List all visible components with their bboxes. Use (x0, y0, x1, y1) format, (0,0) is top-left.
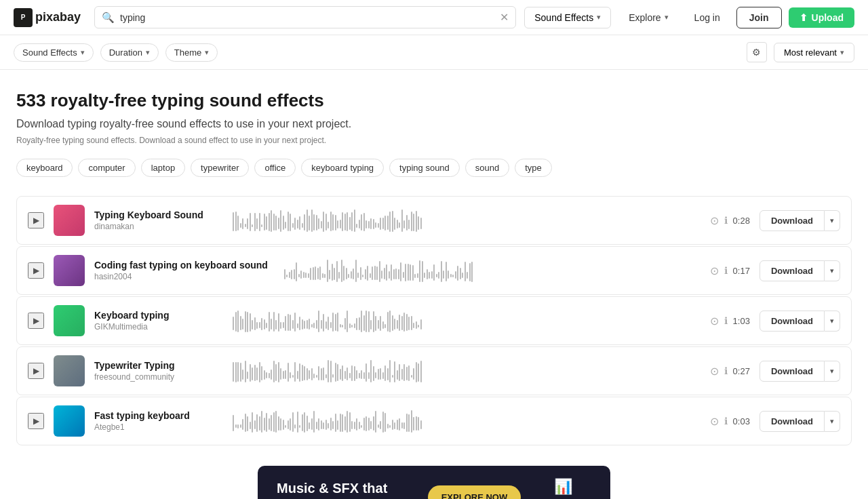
sound-name-5: Fast typing keyboard (94, 410, 216, 421)
info-icon-2[interactable]: ℹ (724, 265, 728, 276)
explore-chevron-icon: ▾ (665, 13, 669, 22)
download-button-3[interactable]: Download (760, 311, 825, 332)
tag-laptop[interactable]: laptop (141, 159, 185, 177)
explore-button[interactable]: Explore ▾ (619, 7, 677, 28)
sound-name-3: Keyboard typing (94, 310, 216, 321)
save-icon-4[interactable]: ⊙ (710, 365, 719, 378)
sound-info-1: Typing Keyboard Sound dinamakan (94, 209, 216, 231)
search-input[interactable] (120, 12, 494, 23)
play-button-3[interactable]: ▶ (28, 313, 44, 329)
sound-name-4: Typewriter Typing (94, 360, 216, 371)
sound-duration-4: 0:27 (733, 366, 750, 376)
upload-icon: ⬆ (800, 12, 808, 23)
save-icon-3[interactable]: ⊙ (710, 315, 719, 327)
info-icon-3[interactable]: ℹ (724, 315, 728, 326)
save-icon-2[interactable]: ⊙ (710, 264, 719, 277)
download-group-3: Download ▾ (760, 311, 840, 332)
sound-author-3: GIKMultimedia (94, 322, 216, 332)
info-icon-5[interactable]: ℹ (724, 416, 728, 426)
download-dropdown-1[interactable]: ▾ (825, 210, 840, 231)
sound-thumbnail-1 (54, 205, 85, 236)
sound-meta-3: ⊙ ℹ 1:03 (710, 315, 750, 327)
filter-chevron-icon: ▾ (81, 48, 85, 57)
sort-chevron-icon: ▾ (840, 48, 844, 57)
sound-meta-1: ⊙ ℹ 0:28 (710, 214, 750, 227)
waveform-1[interactable] (226, 205, 701, 236)
logo-text: pixabay (35, 10, 81, 24)
tag-typing-sound[interactable]: typing sound (389, 159, 460, 177)
download-button-1[interactable]: Download (760, 210, 825, 231)
tag-computer[interactable]: computer (78, 159, 135, 177)
sound-duration-2: 0:17 (733, 266, 750, 276)
download-dropdown-4[interactable]: ▾ (825, 361, 840, 382)
sound-author-1: dinamakan (94, 222, 216, 231)
filter-theme[interactable]: Theme ▾ (165, 43, 218, 62)
settings-icon[interactable]: ⚙ (747, 42, 767, 62)
filter-duration-chevron-icon: ▾ (146, 48, 150, 57)
sound-thumbnail-4 (54, 355, 85, 386)
sound-thumbnail-3 (54, 305, 85, 336)
banner-text: Music & SFX that make an impact (277, 479, 414, 499)
filter-duration[interactable]: Duration ▾ (100, 43, 159, 62)
download-button-2[interactable]: Download (760, 260, 825, 281)
page-title: 533 royalty-free typing sound effects (16, 90, 852, 111)
login-button[interactable]: Log in (685, 7, 730, 28)
download-button-4[interactable]: Download (760, 361, 825, 382)
download-group-1: Download ▾ (760, 210, 840, 231)
play-button-4[interactable]: ▶ (28, 363, 44, 379)
sound-name-1: Typing Keyboard Sound (94, 209, 216, 220)
save-icon-1[interactable]: ⊙ (710, 214, 719, 227)
filter-theme-chevron-icon: ▾ (205, 48, 209, 57)
sound-info-2: Coding fast typing on keyboard sound has… (94, 260, 268, 281)
sound-duration-5: 0:03 (733, 416, 750, 426)
nav-right: Explore ▾ Log in Join ⬆ Upload (619, 7, 854, 28)
join-button[interactable]: Join (736, 7, 782, 28)
banner: Music & SFX that make an impact EXPLORE … (258, 466, 610, 499)
sound-info-3: Keyboard typing GIKMultimedia (94, 310, 216, 332)
filter-sound-effects[interactable]: Sound Effects ▾ (14, 43, 94, 62)
download-group-5: Download ▾ (760, 411, 840, 432)
sound-thumbnail-2 (54, 255, 85, 286)
info-icon-4[interactable]: ℹ (724, 365, 728, 376)
sound-author-5: Ategbe1 (94, 422, 216, 432)
logo[interactable]: P pixabay (14, 8, 81, 27)
sort-label: Most relevant (784, 47, 837, 58)
play-button-5[interactable]: ▶ (28, 413, 44, 429)
waveform-4[interactable] (226, 355, 701, 386)
upload-button[interactable]: ⬆ Upload (789, 7, 854, 28)
category-button[interactable]: Sound Effects ▾ (524, 7, 611, 28)
login-label: Log in (694, 12, 720, 23)
download-dropdown-2[interactable]: ▾ (825, 260, 840, 281)
waveform-3[interactable] (226, 305, 701, 336)
sound-meta-5: ⊙ ℹ 0:03 (710, 415, 750, 428)
tag-keyboard-typing[interactable]: keyboard typing (301, 159, 384, 177)
tag-sound[interactable]: sound (465, 159, 509, 177)
tag-type[interactable]: type (515, 159, 552, 177)
download-dropdown-3[interactable]: ▾ (825, 311, 840, 332)
save-icon-5[interactable]: ⊙ (710, 415, 719, 428)
sound-list: ▶ Typing Keyboard Sound dinamakan ⊙ ℹ 0:… (16, 196, 852, 445)
play-button-2[interactable]: ▶ (28, 262, 44, 279)
sound-author-4: freesound_community (94, 372, 216, 382)
search-icon: 🔍 (102, 12, 115, 24)
search-clear-icon[interactable]: ✕ (500, 11, 509, 24)
download-button-5[interactable]: Download (760, 411, 825, 432)
tags-container: keyboard computer laptop typewriter offi… (16, 159, 852, 177)
search-bar: 🔍 ✕ (94, 6, 516, 28)
tag-typewriter[interactable]: typewriter (191, 159, 249, 177)
page-desc: Royalty-free typing sound effects. Downl… (16, 136, 852, 145)
download-dropdown-5[interactable]: ▾ (825, 411, 840, 432)
play-button-1[interactable]: ▶ (28, 212, 44, 228)
tag-keyboard[interactable]: keyboard (16, 159, 73, 177)
filter-theme-label: Theme (174, 47, 201, 58)
sound-meta-4: ⊙ ℹ 0:27 (710, 365, 750, 378)
waveform-2[interactable] (277, 255, 701, 286)
info-icon-1[interactable]: ℹ (724, 215, 728, 226)
tag-office[interactable]: office (254, 159, 296, 177)
waveform-5[interactable] (226, 405, 701, 437)
banner-explore-button[interactable]: EXPLORE NOW (428, 485, 521, 500)
sound-author-2: hasin2004 (94, 272, 268, 281)
sort-button[interactable]: Most relevant ▾ (774, 43, 854, 62)
chevron-down-icon: ▾ (597, 13, 601, 22)
sound-info-5: Fast typing keyboard Ategbe1 (94, 410, 216, 432)
